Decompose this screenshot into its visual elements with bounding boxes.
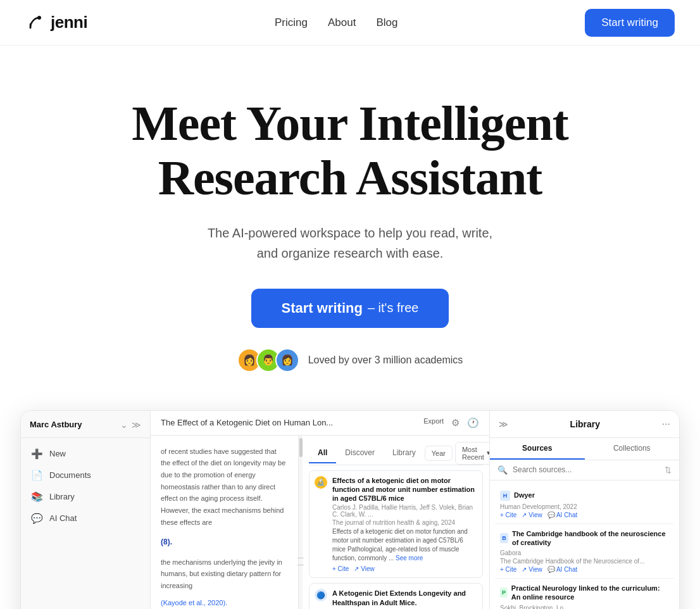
settings-icon[interactable]: ⚙ <box>451 417 459 429</box>
editor-topbar: The Effect of a Ketogenic Diet on Human … <box>151 411 489 436</box>
hero-cta-suffix: – it's free <box>368 301 419 315</box>
source-journal-dwyer: Human Development, 2022 <box>500 503 669 510</box>
sidebar-item-documents[interactable]: 📄 Documents <box>21 465 150 486</box>
library-tabs: Sources Collections <box>490 438 679 460</box>
hero-cta-label: Start writing <box>282 300 363 317</box>
result-authors-1: Carlos J. Padilla, Hallie Harris, Jeff S… <box>332 504 477 518</box>
library-tab-sources[interactable]: Sources <box>490 438 585 460</box>
source-badge-dwyer: H <box>500 491 510 501</box>
sidebar-item-library[interactable]: 📚 Library <box>21 486 150 508</box>
editor-content: of recent studies have suggested that th… <box>151 436 299 609</box>
sidebar-documents-label: Documents <box>49 470 91 480</box>
nav-about[interactable]: About <box>328 16 356 29</box>
logo-text: jenni <box>51 13 87 32</box>
source-view-dwyer[interactable]: ↗ View <box>522 512 542 518</box>
chevron-down-icon[interactable]: ⌄ <box>120 420 128 430</box>
logo-icon <box>25 13 46 33</box>
library-search-bar: 🔍 ⇅ <box>490 460 679 480</box>
library-panel: ≫ Library ··· Sources Collections 🔍 ⇅ H … <box>489 411 679 609</box>
library-title: Library <box>570 419 600 429</box>
sort-recent-button[interactable]: Most Recent ▾ <box>455 442 489 465</box>
editor-body: of recent studies have suggested that th… <box>151 436 489 609</box>
logo[interactable]: jenni <box>25 13 87 33</box>
app-preview: Marc Astbury ⌄ ≫ ➕ New 📄 Documents 📚 Lib… <box>20 410 680 609</box>
content-para-2: (8). <box>161 533 288 551</box>
navbar: jenni Pricing About Blog Start writing <box>0 0 700 46</box>
result-actions-1: + Cite ↗ View <box>332 565 477 572</box>
content-para-1: of recent studies have suggested that th… <box>161 446 288 529</box>
sidebar-library-label: Library <box>49 492 75 501</box>
nav-links: Pricing About Blog <box>275 16 397 29</box>
nav-blog[interactable]: Blog <box>376 16 397 29</box>
source-journal-cambridge: The Cambridge Handbook of the Neuroscien… <box>500 558 669 565</box>
library-icon: 📚 <box>31 491 43 503</box>
sidebar-user-icons: ⌄ ≫ <box>120 420 141 430</box>
result-icon-1: 🔬 <box>315 476 327 489</box>
editor-tabs: All Discover Library Year Most Recent ▾ <box>309 442 483 465</box>
library-header: ≫ Library ··· <box>490 411 679 438</box>
library-search-input[interactable] <box>513 465 659 474</box>
plus-icon: ➕ <box>31 448 43 460</box>
tab-discover[interactable]: Discover <box>336 443 384 463</box>
chat-icon: 💬 <box>31 513 43 524</box>
source-cite-dwyer[interactable]: + Cite <box>500 512 516 518</box>
library-more-icon[interactable]: ··· <box>662 418 670 430</box>
search-icon: 🔍 <box>497 465 508 475</box>
source-item-dwyer: H Dwyer Human Development, 2022 + Cite ↗… <box>495 486 674 524</box>
source-label-dwyer: H Dwyer <box>500 491 669 501</box>
view-button-1[interactable]: ↗ View <box>354 565 374 572</box>
document-icon: 📄 <box>31 470 43 481</box>
source-view-cambridge[interactable]: ↗ View <box>522 566 542 573</box>
source-title-dwyer: Dwyer <box>514 491 535 499</box>
filter-label: Most Recent <box>462 446 484 461</box>
collapse-icon[interactable]: ≫ <box>132 420 141 430</box>
hero-section: Meet Your Intelligent Research Assistant… <box>0 46 700 410</box>
result-icon-2: 🔵 <box>315 589 327 601</box>
source-badge-practical: P <box>500 587 508 598</box>
hero-subtitle: The AI-powered workspace to help you rea… <box>25 223 675 263</box>
source-item-cambridge: B The Cambridge handbook of the neurosci… <box>495 524 674 579</box>
hero-start-writing-button[interactable]: Start writing – it's free <box>251 289 449 328</box>
content-cite-link[interactable]: (Kayode et al., 2020). <box>161 597 288 609</box>
avatar-group: 👩 👨 👩 <box>237 348 299 372</box>
source-aichat-cambridge[interactable]: 💬 AI Chat <box>547 566 578 573</box>
social-proof: 👩 👨 👩 Loved by over 3 million academics <box>25 348 675 372</box>
result-journal-1: The journal of nutrition health & aging,… <box>332 519 477 526</box>
avatar: 👩 <box>275 348 299 372</box>
source-actions-cambridge: + Cite ↗ View 💬 AI Chat <box>500 566 669 573</box>
editor-document-title: The Effect of a Ketogenic Diet on Human … <box>161 418 333 427</box>
export-button[interactable]: Export <box>423 417 444 429</box>
result-title-2: A Ketogenic Diet Extends Longevity and H… <box>332 589 477 607</box>
source-cite-cambridge[interactable]: + Cite <box>500 566 516 573</box>
nav-pricing[interactable]: Pricing <box>275 16 308 29</box>
sidebar-item-ai-chat[interactable]: 💬 AI Chat <box>21 508 150 529</box>
tab-library[interactable]: Library <box>384 443 425 463</box>
source-title-practical: Practical Neurology linked to the curric… <box>511 584 669 602</box>
year-label: Year <box>432 449 446 457</box>
scrollbar-handle <box>299 438 303 457</box>
sidebar-item-new[interactable]: ➕ New <box>21 443 150 465</box>
source-publisher-practical: Sokhi, Brockington, Lo <box>500 605 669 609</box>
source-actions-dwyer: + Cite ↗ View 💬 AI Chat <box>500 512 669 518</box>
sidebar: Marc Astbury ⌄ ≫ ➕ New 📄 Documents 📚 Lib… <box>21 411 151 609</box>
year-filter[interactable]: Year <box>425 446 453 461</box>
search-results-panel: All Discover Library Year Most Recent ▾ … <box>303 436 489 609</box>
cite-button-1[interactable]: + Cite <box>332 565 349 572</box>
result-title-1: Effects of a ketogenic diet on motor fun… <box>332 476 477 503</box>
tab-all[interactable]: All <box>309 443 336 463</box>
source-publisher-cambridge: Gabora <box>500 549 669 556</box>
source-label-practical: P Practical Neurology linked to the curr… <box>500 584 669 602</box>
source-aichat-dwyer[interactable]: 💬 AI Chat <box>547 512 578 518</box>
library-expand-icon[interactable]: ≫ <box>499 419 508 429</box>
filter-sort-icon[interactable]: ⇅ <box>665 465 672 475</box>
result-snippet-1: Effects of a ketogenic diet on motor fun… <box>332 527 477 563</box>
library-sources-list: H Dwyer Human Development, 2022 + Cite ↗… <box>490 480 679 609</box>
source-label-cambridge: B The Cambridge handbook of the neurosci… <box>500 529 669 548</box>
editor-area: The Effect of a Ketogenic Diet on Human … <box>151 411 489 609</box>
nav-start-writing-button[interactable]: Start writing <box>585 9 675 37</box>
editor-topbar-icons: Export ⚙ 🕐 <box>423 417 479 429</box>
content-para-3: the mechanisms underlying the jevity in … <box>161 556 288 592</box>
library-tab-collections[interactable]: Collections <box>585 438 680 460</box>
hero-title: Meet Your Intelligent Research Assistant <box>78 96 622 205</box>
history-icon[interactable]: 🕐 <box>467 417 479 429</box>
